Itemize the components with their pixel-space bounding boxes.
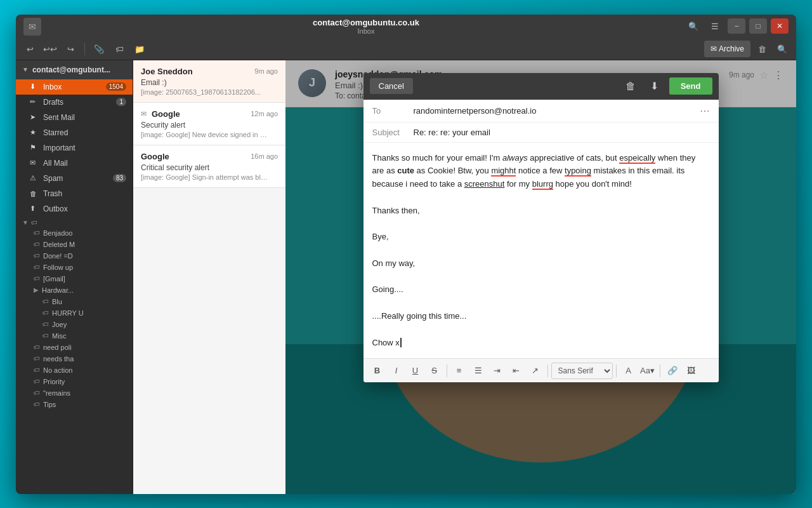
tags-section-header[interactable]: ▼ 🏷 xyxy=(16,217,133,227)
tag-item-followup[interactable]: 🏷 Follow up xyxy=(16,262,133,273)
compose-send-button[interactable]: Send xyxy=(669,77,712,95)
email-preview-2: [image: Google] Sign-in attempt was bloc… xyxy=(141,173,268,181)
attach-button[interactable]: 📎 xyxy=(90,41,108,57)
tag-item-hardware[interactable]: ▶ Hardwar... xyxy=(16,284,133,296)
compose-to-more[interactable]: ⋯ xyxy=(700,105,710,117)
bold-button[interactable]: B xyxy=(369,362,386,380)
compose-to-input[interactable] xyxy=(414,106,693,116)
sidebar-item-spam[interactable]: ⚠ Spam 83 xyxy=(16,171,133,186)
numbered-list-button[interactable]: ☰ xyxy=(469,362,487,380)
clear-format-button[interactable]: ↗ xyxy=(527,362,544,380)
compose-subject-field: Subject xyxy=(363,123,719,143)
folder-button[interactable]: 📁 xyxy=(131,41,148,57)
tag-label: needs tha xyxy=(43,355,74,363)
trash-icon: 🗑 xyxy=(30,190,39,197)
sidebar-item-inbox[interactable]: ⬇ Inbox 1504 xyxy=(16,79,133,95)
indent-button[interactable]: ⇥ xyxy=(488,362,506,380)
delete-button[interactable]: 🗑 xyxy=(753,41,771,57)
sidebar-item-starred[interactable]: ★ Starred xyxy=(16,125,133,140)
tag-item-joey[interactable]: 🏷 Joey xyxy=(16,319,133,330)
important-label: Important xyxy=(43,144,75,152)
sidebar-item-allmail[interactable]: ✉ All Mail xyxy=(16,156,133,171)
email-subject-2: Critical security alert xyxy=(141,163,278,172)
tag-item-needstha[interactable]: 🏷 needs tha xyxy=(16,353,133,364)
titlebar: ✉ contact@omgubuntu.co.uk Inbox 🔍 ☰ − □ … xyxy=(16,15,796,39)
tag-label: No action xyxy=(43,366,72,374)
tag-item-done[interactable]: 🏷 Done! =D xyxy=(16,250,133,262)
underline-button[interactable]: U xyxy=(407,362,424,380)
sidebar-item-important[interactable]: ⚑ Important xyxy=(16,140,133,156)
menu-button[interactable]: ☰ xyxy=(706,18,724,35)
tag-item-priority[interactable]: 🏷 Priority xyxy=(16,376,133,387)
maximize-button[interactable]: □ xyxy=(749,18,767,34)
italic-button[interactable]: I xyxy=(388,362,405,380)
tag-icon: 🏷 xyxy=(34,264,40,271)
email-item-1[interactable]: ✉ Google 12m ago Security alert [image: … xyxy=(133,103,285,145)
reply-button[interactable]: ↩ xyxy=(21,41,39,57)
sidebar: ▼ contact@omgubunt... ⬇ Inbox 1504 ✏ Dra… xyxy=(16,60,133,494)
email-item-2[interactable]: Google 16m ago Critical security alert [… xyxy=(133,145,285,188)
tag-item-benjadoo[interactable]: 🏷 Benjadoo xyxy=(16,227,133,239)
minimize-button[interactable]: − xyxy=(728,18,745,34)
email-item-header-2: Google 16m ago xyxy=(141,152,278,161)
insert-link-button[interactable]: 🔗 xyxy=(664,362,681,380)
email-list: Joe Sneddon 9m ago Email :) [image: 2500… xyxy=(133,60,285,494)
compose-body[interactable]: Thanks so much for your email! I'm alway… xyxy=(363,143,719,359)
tag-button[interactable]: 🏷 xyxy=(110,41,128,57)
text-color-button[interactable]: A xyxy=(620,362,638,380)
tag-icon: 🏷 xyxy=(34,366,40,373)
compose-to-field: To ⋯ xyxy=(363,100,719,123)
reply-all-button[interactable]: ↩↩ xyxy=(41,41,59,57)
search-mail-button[interactable]: 🔍 xyxy=(773,41,791,57)
tag-label: Benjadoo xyxy=(43,229,73,237)
text-size-button[interactable]: Aa▾ xyxy=(639,362,657,380)
outbox-icon: ⬆ xyxy=(30,204,39,213)
inbox-label-text: Inbox xyxy=(43,83,62,91)
tag-item-misc[interactable]: 🏷 Misc xyxy=(16,330,133,342)
tag-icon: 🏷 xyxy=(34,344,40,351)
tag-item-deleted[interactable]: 🏷 Deleted M xyxy=(16,239,133,250)
tag-item-noaction[interactable]: 🏷 No action xyxy=(16,364,133,376)
email-time-2: 16m ago xyxy=(251,152,278,160)
email-item-0[interactable]: Joe Sneddon 9m ago Email :) [image: 2500… xyxy=(133,60,285,103)
archive-button[interactable]: ✉ Archive xyxy=(704,41,750,57)
tag-icon: ▶ xyxy=(34,286,39,293)
toolbar-sep-1 xyxy=(84,43,85,55)
outdent-button[interactable]: ⇤ xyxy=(508,362,525,380)
tag-label: Done! =D xyxy=(43,252,73,260)
insert-image-button[interactable]: 🖼 xyxy=(683,362,700,380)
tag-icon: 🏷 xyxy=(34,252,40,259)
sidebar-item-sent[interactable]: ➤ Sent Mail xyxy=(16,110,133,125)
font-select[interactable]: Sans Serif Serif Monospace xyxy=(551,363,613,379)
tag-item-remains[interactable]: 🏷 "remains xyxy=(16,387,133,399)
spam-icon: ⚠ xyxy=(30,174,39,182)
titlebar-title: contact@omgubuntu.co.uk Inbox xyxy=(48,18,684,35)
sidebar-item-outbox[interactable]: ⬆ Outbox xyxy=(16,201,133,217)
tag-item-needpoli[interactable]: 🏷 need poli xyxy=(16,342,133,353)
compose-body-p3: Bye, xyxy=(372,231,710,244)
sidebar-account[interactable]: ▼ contact@omgubunt... xyxy=(16,60,133,79)
tag-icon: 🏷 xyxy=(34,389,40,396)
tag-item-blu[interactable]: 🏷 Blu xyxy=(16,296,133,307)
tag-item-tips[interactable]: 🏷 Tips xyxy=(16,399,133,410)
sidebar-item-trash[interactable]: 🗑 Trash xyxy=(16,186,133,201)
compose-delete-button[interactable]: 🗑 xyxy=(621,77,640,96)
compose-minimize-button[interactable]: ⬇ xyxy=(645,77,664,96)
account-email: contact@omgubuntu.co.uk xyxy=(48,18,684,27)
tag-icon: 🏷 xyxy=(34,401,40,408)
compose-subject-input[interactable] xyxy=(414,128,710,137)
strikethrough-button[interactable]: S xyxy=(426,362,443,380)
misspelled-blurrg: blurrg xyxy=(532,179,553,190)
sidebar-item-drafts[interactable]: ✏ Drafts 1 xyxy=(16,95,133,110)
compose-format-toolbar: B I U S ≡ ☰ ⇥ ⇤ ↗ Sans Serif Serif xyxy=(363,358,719,382)
fmt-sep-1 xyxy=(447,364,447,377)
tag-item-gmail[interactable]: 🏷 [Gmail] xyxy=(16,273,133,284)
misspelled-espeically: espeically xyxy=(619,153,655,164)
close-button[interactable]: ✕ xyxy=(771,18,789,34)
compose-cancel-button[interactable]: Cancel xyxy=(370,78,413,94)
tag-label: Follow up xyxy=(43,264,73,271)
tag-item-hurry[interactable]: 🏷 HURRY U xyxy=(16,307,133,319)
bullet-list-button[interactable]: ≡ xyxy=(450,362,468,380)
forward-button[interactable]: ↪ xyxy=(62,41,79,57)
search-button[interactable]: 🔍 xyxy=(684,18,702,35)
